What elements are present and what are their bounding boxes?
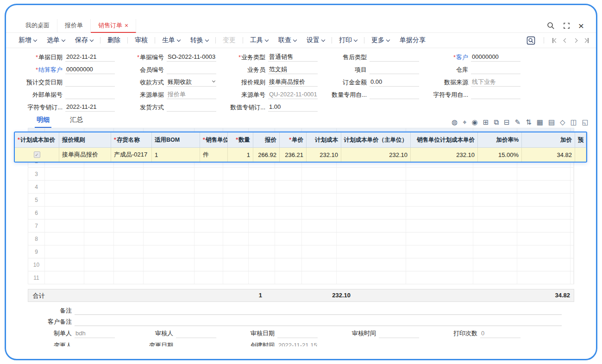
capture-icon[interactable]: ⌖: [463, 119, 466, 126]
col-quote-rule[interactable]: 报价规则: [59, 132, 111, 147]
table-cell[interactable]: [114, 181, 144, 193]
convert-button[interactable]: 转换: [185, 36, 213, 44]
table-cell[interactable]: [406, 207, 473, 219]
table-cell[interactable]: [114, 194, 144, 206]
cell-sales-unit[interactable]: 件: [200, 148, 228, 162]
table-cell[interactable]: [194, 258, 223, 271]
batch-fill-icon[interactable]: ▦: [537, 119, 543, 126]
cell-next-clipped[interactable]: [575, 148, 586, 162]
more-button[interactable]: 更多: [366, 36, 395, 44]
col-unit-price[interactable]: *单价: [280, 132, 307, 147]
table-cell[interactable]: [84, 207, 114, 219]
table-cell[interactable]: [194, 194, 223, 206]
table-cell[interactable]: [406, 220, 473, 232]
table-cell[interactable]: [194, 168, 223, 180]
table-cell[interactable]: [473, 181, 517, 193]
table-cell[interactable]: [337, 232, 406, 245]
table-row[interactable]: 4: [28, 181, 574, 194]
table-cell[interactable]: [84, 220, 114, 232]
dropdown-caret-icon[interactable]: [212, 79, 215, 82]
table-cell[interactable]: [275, 258, 302, 271]
table-cell[interactable]: [223, 232, 249, 245]
table-cell[interactable]: [114, 245, 144, 258]
table-cell[interactable]: [114, 168, 144, 180]
table-cell[interactable]: [84, 194, 114, 206]
settle-customer-input[interactable]: 00000000: [65, 65, 115, 74]
pick-list-button[interactable]: 选单: [42, 36, 70, 44]
table-cell[interactable]: [223, 245, 249, 258]
cell-quote-price[interactable]: 266.92: [253, 148, 280, 162]
delivery-method-input[interactable]: [167, 103, 216, 112]
table-cell[interactable]: [517, 181, 571, 193]
table-cell[interactable]: [302, 207, 337, 219]
table-cell[interactable]: [114, 207, 144, 219]
table-cell[interactable]: [45, 271, 84, 284]
table-cell[interactable]: [249, 181, 275, 193]
table-cell[interactable]: [337, 271, 406, 284]
table-cell[interactable]: [302, 232, 337, 245]
table-cell[interactable]: [114, 232, 144, 245]
biz-type-input[interactable]: 普通销售: [268, 53, 318, 62]
table-cell[interactable]: [84, 258, 114, 271]
save-button[interactable]: 保存: [70, 36, 98, 44]
cell-plan-cost-unit-price-sales[interactable]: 232.10: [411, 148, 478, 162]
table-row[interactable]: 9: [28, 245, 574, 258]
table-cell[interactable]: [517, 232, 571, 245]
table-cell[interactable]: [275, 168, 302, 180]
table-cell[interactable]: [406, 271, 473, 284]
table-cell[interactable]: [517, 207, 571, 219]
table-cell[interactable]: [337, 258, 406, 271]
col-plan-cost-markup[interactable]: *计划成本加价: [15, 132, 59, 147]
table-cell[interactable]: [275, 181, 302, 193]
table-cell[interactable]: [144, 194, 194, 206]
table-cell[interactable]: [144, 258, 194, 271]
cell-item-name[interactable]: 产成品-0217: [111, 148, 152, 162]
table-cell[interactable]: [194, 232, 223, 245]
table-cell[interactable]: [249, 207, 275, 219]
location-icon[interactable]: ◉: [472, 119, 478, 126]
table-cell[interactable]: [144, 207, 194, 219]
payment-method-select[interactable]: 账期收款: [167, 78, 216, 87]
table-row[interactable]: 7: [28, 220, 574, 232]
table-cell[interactable]: [114, 258, 144, 271]
print-button[interactable]: 打印: [334, 36, 362, 44]
table-cell[interactable]: [144, 181, 194, 193]
table-cell[interactable]: [406, 168, 473, 180]
col-qty[interactable]: *数量: [228, 132, 253, 147]
table-cell[interactable]: [406, 245, 473, 258]
doc-date-input[interactable]: 2022-11-21: [65, 53, 115, 62]
cell-bom[interactable]: 1: [152, 148, 200, 162]
table-cell[interactable]: [517, 168, 571, 180]
cell-qty[interactable]: 1: [228, 148, 253, 162]
archive-icon[interactable]: ◫: [571, 119, 577, 126]
table-cell[interactable]: [45, 207, 84, 219]
table-row[interactable]: 10: [28, 258, 574, 271]
table-cell[interactable]: [45, 258, 84, 271]
project-input[interactable]: [370, 65, 419, 74]
table-cell[interactable]: [337, 245, 406, 258]
col-plan-cost[interactable]: 计划成本: [307, 132, 341, 147]
settings-button[interactable]: 设置: [301, 36, 330, 44]
table-cell[interactable]: [223, 181, 249, 193]
table-cell[interactable]: [406, 194, 473, 206]
table-cell[interactable]: [302, 181, 337, 193]
tab-close-icon[interactable]: ×: [125, 22, 128, 29]
char-sales-custom-input[interactable]: 2022-11-21: [65, 103, 115, 112]
table-cell[interactable]: [45, 232, 84, 245]
cell-plan-cost-unit-price-main[interactable]: 232.10: [341, 148, 411, 162]
table-cell[interactable]: [45, 220, 84, 232]
table-cell[interactable]: [194, 207, 223, 219]
table-cell[interactable]: [249, 194, 275, 206]
table-cell[interactable]: [84, 168, 114, 180]
clear-rows-icon[interactable]: ◇: [560, 119, 565, 126]
table-cell[interactable]: [473, 232, 517, 245]
table-cell[interactable]: [275, 220, 302, 232]
table-cell[interactable]: [223, 271, 249, 284]
quote-rule-input[interactable]: 接单商品报价: [268, 78, 318, 87]
table-cell[interactable]: [84, 271, 114, 284]
table-cell[interactable]: [473, 220, 517, 232]
table-cell[interactable]: [45, 194, 84, 206]
last-record-icon[interactable]: [583, 38, 589, 43]
table-cell[interactable]: [517, 220, 571, 232]
table-cell[interactable]: [249, 168, 275, 180]
